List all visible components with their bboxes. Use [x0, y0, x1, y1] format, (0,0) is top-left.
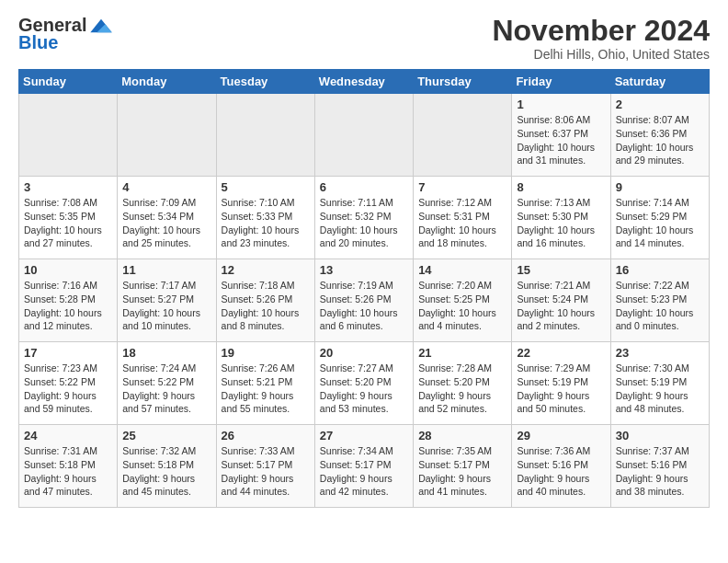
day-info: Sunrise: 7:22 AMSunset: 5:23 PMDaylight:… — [616, 279, 704, 333]
day-info: Sunrise: 7:18 AMSunset: 5:26 PMDaylight:… — [222, 279, 310, 333]
day-info: Sunrise: 7:24 AMSunset: 5:22 PMDaylight:… — [122, 362, 210, 416]
calendar-cell: 2Sunrise: 8:07 AMSunset: 6:36 PMDaylight… — [610, 94, 709, 177]
calendar-cell: 11Sunrise: 7:17 AMSunset: 5:27 PMDayligh… — [118, 259, 216, 342]
calendar-cell: 3Sunrise: 7:08 AMSunset: 5:35 PMDaylight… — [19, 177, 118, 259]
calendar-cell — [19, 94, 118, 177]
weekday-header-friday: Friday — [512, 70, 610, 94]
calendar-cell: 15Sunrise: 7:21 AMSunset: 5:24 PMDayligh… — [512, 259, 610, 342]
day-number: 14 — [418, 263, 506, 277]
calendar-cell: 28Sunrise: 7:35 AMSunset: 5:17 PMDayligh… — [414, 425, 512, 508]
day-info: Sunrise: 7:23 AMSunset: 5:22 PMDaylight:… — [24, 362, 112, 416]
calendar-cell: 22Sunrise: 7:29 AMSunset: 5:19 PMDayligh… — [512, 342, 610, 425]
calendar-cell: 24Sunrise: 7:31 AMSunset: 5:18 PMDayligh… — [19, 425, 118, 508]
calendar-cell — [118, 94, 216, 177]
day-number: 17 — [24, 346, 112, 360]
day-number: 27 — [320, 429, 408, 442]
location: Delhi Hills, Ohio, United States — [492, 47, 710, 62]
logo: General Blue — [18, 15, 114, 53]
day-number: 25 — [122, 429, 210, 442]
day-number: 10 — [24, 263, 112, 277]
calendar-cell: 16Sunrise: 7:22 AMSunset: 5:23 PMDayligh… — [610, 259, 709, 342]
calendar-cell: 18Sunrise: 7:24 AMSunset: 5:22 PMDayligh… — [118, 342, 216, 425]
day-info: Sunrise: 7:37 AMSunset: 5:16 PMDaylight:… — [616, 444, 704, 499]
day-number: 4 — [122, 180, 210, 194]
day-number: 19 — [222, 346, 310, 360]
day-info: Sunrise: 7:10 AMSunset: 5:33 PMDaylight:… — [222, 196, 310, 250]
day-number: 28 — [418, 429, 506, 442]
day-number: 20 — [320, 346, 408, 360]
calendar-cell: 5Sunrise: 7:10 AMSunset: 5:33 PMDaylight… — [216, 177, 314, 259]
day-number: 24 — [24, 429, 112, 442]
calendar-cell: 20Sunrise: 7:27 AMSunset: 5:20 PMDayligh… — [314, 342, 413, 425]
day-info: Sunrise: 7:12 AMSunset: 5:31 PMDaylight:… — [418, 196, 506, 250]
calendar-cell: 14Sunrise: 7:20 AMSunset: 5:25 PMDayligh… — [414, 259, 512, 342]
day-info: Sunrise: 8:07 AMSunset: 6:36 PMDaylight:… — [616, 113, 704, 167]
calendar-cell: 13Sunrise: 7:19 AMSunset: 5:26 PMDayligh… — [314, 259, 413, 342]
calendar-cell: 19Sunrise: 7:26 AMSunset: 5:21 PMDayligh… — [216, 342, 314, 425]
day-info: Sunrise: 7:17 AMSunset: 5:27 PMDaylight:… — [122, 279, 210, 333]
day-number: 13 — [320, 263, 408, 277]
logo-blue: Blue — [18, 32, 58, 53]
calendar-cell: 4Sunrise: 7:09 AMSunset: 5:34 PMDaylight… — [118, 177, 216, 259]
weekday-header-wednesday: Wednesday — [314, 70, 413, 94]
day-info: Sunrise: 7:27 AMSunset: 5:20 PMDaylight:… — [320, 362, 408, 416]
day-info: Sunrise: 7:31 AMSunset: 5:18 PMDaylight:… — [24, 444, 112, 499]
weekday-header-monday: Monday — [118, 70, 216, 94]
calendar-cell: 1Sunrise: 8:06 AMSunset: 6:37 PMDaylight… — [512, 94, 610, 177]
day-number: 15 — [517, 263, 605, 277]
day-info: Sunrise: 7:34 AMSunset: 5:17 PMDaylight:… — [320, 444, 408, 499]
day-info: Sunrise: 7:21 AMSunset: 5:24 PMDaylight:… — [517, 279, 605, 333]
day-number: 6 — [320, 180, 408, 194]
day-number: 29 — [517, 429, 605, 442]
day-info: Sunrise: 7:35 AMSunset: 5:17 PMDaylight:… — [418, 444, 506, 499]
day-number: 8 — [517, 180, 605, 194]
day-info: Sunrise: 7:09 AMSunset: 5:34 PMDaylight:… — [122, 196, 210, 250]
calendar-cell: 9Sunrise: 7:14 AMSunset: 5:29 PMDaylight… — [610, 177, 709, 259]
calendar-cell: 10Sunrise: 7:16 AMSunset: 5:28 PMDayligh… — [19, 259, 118, 342]
calendar-cell: 8Sunrise: 7:13 AMSunset: 5:30 PMDaylight… — [512, 177, 610, 259]
day-number: 3 — [24, 180, 112, 194]
day-info: Sunrise: 7:36 AMSunset: 5:16 PMDaylight:… — [517, 444, 605, 499]
title-block: November 2024 Delhi Hills, Ohio, United … — [492, 15, 710, 62]
day-info: Sunrise: 7:14 AMSunset: 5:29 PMDaylight:… — [616, 196, 704, 250]
calendar-cell: 29Sunrise: 7:36 AMSunset: 5:16 PMDayligh… — [512, 425, 610, 508]
calendar-cell: 17Sunrise: 7:23 AMSunset: 5:22 PMDayligh… — [19, 342, 118, 425]
calendar-cell: 12Sunrise: 7:18 AMSunset: 5:26 PMDayligh… — [216, 259, 314, 342]
day-number: 18 — [122, 346, 210, 360]
day-number: 7 — [418, 180, 506, 194]
calendar-cell: 7Sunrise: 7:12 AMSunset: 5:31 PMDaylight… — [414, 177, 512, 259]
day-number: 2 — [616, 98, 704, 111]
calendar-cell: 25Sunrise: 7:32 AMSunset: 5:18 PMDayligh… — [118, 425, 216, 508]
weekday-header-thursday: Thursday — [414, 70, 512, 94]
calendar-cell: 21Sunrise: 7:28 AMSunset: 5:20 PMDayligh… — [414, 342, 512, 425]
day-info: Sunrise: 7:20 AMSunset: 5:25 PMDaylight:… — [418, 279, 506, 333]
day-info: Sunrise: 7:08 AMSunset: 5:35 PMDaylight:… — [24, 196, 112, 250]
weekday-header-saturday: Saturday — [610, 70, 709, 94]
day-number: 30 — [616, 429, 704, 442]
day-number: 21 — [418, 346, 506, 360]
day-number: 1 — [517, 98, 605, 111]
day-info: Sunrise: 7:33 AMSunset: 5:17 PMDaylight:… — [222, 444, 310, 499]
day-number: 26 — [222, 429, 310, 442]
week-row-1: 1Sunrise: 8:06 AMSunset: 6:37 PMDaylight… — [19, 94, 710, 177]
day-number: 16 — [616, 263, 704, 277]
day-info: Sunrise: 7:32 AMSunset: 5:18 PMDaylight:… — [122, 444, 210, 499]
header: General Blue November 2024 Delhi Hills, … — [18, 15, 710, 62]
calendar-table: SundayMondayTuesdayWednesdayThursdayFrid… — [18, 69, 710, 508]
week-row-2: 3Sunrise: 7:08 AMSunset: 5:35 PMDaylight… — [19, 177, 710, 259]
calendar-cell: 30Sunrise: 7:37 AMSunset: 5:16 PMDayligh… — [610, 425, 709, 508]
month-title: November 2024 — [492, 15, 710, 47]
calendar-cell: 23Sunrise: 7:30 AMSunset: 5:19 PMDayligh… — [610, 342, 709, 425]
day-info: Sunrise: 7:30 AMSunset: 5:19 PMDaylight:… — [616, 362, 704, 416]
day-info: Sunrise: 8:06 AMSunset: 6:37 PMDaylight:… — [517, 113, 605, 167]
calendar-cell: 27Sunrise: 7:34 AMSunset: 5:17 PMDayligh… — [314, 425, 413, 508]
weekday-header-row: SundayMondayTuesdayWednesdayThursdayFrid… — [19, 70, 710, 94]
day-info: Sunrise: 7:19 AMSunset: 5:26 PMDaylight:… — [320, 279, 408, 333]
day-info: Sunrise: 7:29 AMSunset: 5:19 PMDaylight:… — [517, 362, 605, 416]
page: General Blue November 2024 Delhi Hills, … — [0, 0, 728, 517]
day-info: Sunrise: 7:13 AMSunset: 5:30 PMDaylight:… — [517, 196, 605, 250]
day-info: Sunrise: 7:28 AMSunset: 5:20 PMDaylight:… — [418, 362, 506, 416]
weekday-header-tuesday: Tuesday — [216, 70, 314, 94]
day-info: Sunrise: 7:16 AMSunset: 5:28 PMDaylight:… — [24, 279, 112, 333]
week-row-5: 24Sunrise: 7:31 AMSunset: 5:18 PMDayligh… — [19, 425, 710, 508]
